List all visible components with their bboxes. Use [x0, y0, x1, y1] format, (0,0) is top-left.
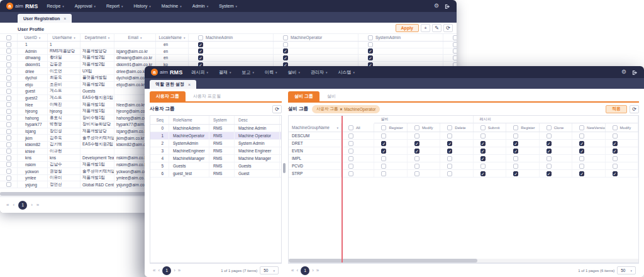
checkbox-modify[interactable]	[414, 141, 419, 146]
role-checkbox-systemadmin[interactable]	[368, 48, 373, 54]
checkbox-all[interactable]	[348, 164, 353, 169]
pager-next-button[interactable]: ›	[31, 203, 33, 208]
checkbox-delete[interactable]	[447, 133, 452, 138]
table-row[interactable]: 3 MachineEngineer RMS Machine Engineer	[150, 147, 281, 155]
checkbox-register[interactable]	[381, 133, 386, 138]
column-checkbox[interactable]	[381, 125, 386, 130]
checkbox-register[interactable]	[381, 141, 386, 146]
column-checkbox[interactable]	[447, 125, 452, 130]
tab-user-profile[interactable]: 사용자 프로필	[187, 91, 227, 101]
pager-last-button[interactable]: »	[36, 203, 39, 208]
column-checkbox[interactable]	[579, 125, 584, 130]
filter-caret-icon[interactable]: ▾	[140, 36, 142, 40]
nav-menu-item[interactable]: Machine ▾	[162, 4, 182, 8]
table-row[interactable]: dihwang 황대일 제품개발2팀 dihwang@aim.co.kr en	[0, 55, 457, 62]
row-checkbox[interactable]	[6, 182, 11, 187]
tab-user-group[interactable]: 사용자 그룹	[150, 91, 186, 101]
nav-menu-item[interactable]: System ▾	[219, 4, 237, 8]
checkbox-clone[interactable]	[547, 171, 552, 176]
row-checkbox[interactable]	[6, 135, 11, 140]
pager-current-page[interactable]: 1	[18, 201, 27, 210]
row-checkbox[interactable]	[6, 96, 11, 101]
tab-machine-group[interactable]: 설비 그룹	[288, 91, 319, 101]
nav-menu-item[interactable]: 결재 ▾	[219, 69, 231, 76]
tab-close-icon[interactable]: ×	[64, 16, 66, 21]
column-checkbox[interactable]	[414, 125, 419, 130]
add-button[interactable]: +	[421, 24, 430, 32]
column-header-rolename[interactable]: RoleName	[169, 116, 209, 124]
column-header-all[interactable]: All	[341, 123, 374, 132]
tab-close-icon[interactable]: ×	[188, 82, 191, 87]
role-column-checkbox[interactable]	[198, 35, 203, 40]
checkbox-delete[interactable]	[447, 164, 452, 169]
table-row[interactable]: 6 guest_test RMS Guest	[150, 170, 281, 178]
apply-button[interactable]: 적용	[606, 105, 627, 113]
row-checkbox[interactable]	[6, 62, 11, 67]
column-header-machinegroupname[interactable]: MachineGroupName ▾	[289, 123, 341, 132]
refresh-button[interactable]: ⟳	[443, 24, 453, 32]
column-checkbox[interactable]	[547, 125, 552, 130]
row-checkbox[interactable]	[6, 169, 11, 174]
checkbox-submit[interactable]	[480, 133, 486, 138]
checkbox-modify[interactable]	[414, 149, 419, 154]
pager-first-button[interactable]: «	[153, 268, 155, 273]
row-checkbox[interactable]	[6, 89, 11, 94]
checkbox-recipe-register[interactable]	[513, 141, 518, 146]
checkbox-clone[interactable]	[547, 164, 552, 169]
scrollbar-thumb[interactable]	[289, 259, 477, 263]
column-checkbox[interactable]	[613, 125, 618, 130]
checkbox-clone[interactable]	[547, 149, 552, 154]
checkbox-modify[interactable]	[414, 133, 419, 138]
pager-current-page[interactable]: 1	[162, 266, 171, 275]
checkbox-delete[interactable]	[447, 149, 452, 154]
checkbox-newversion[interactable]	[579, 149, 584, 154]
table-row[interactable]: 4 MachineManager RMS Machine Manager	[150, 155, 281, 162]
column-header-desc[interactable]: Desc	[235, 116, 280, 124]
row-checkbox[interactable]	[6, 162, 11, 167]
pager-current-page[interactable]: 1	[301, 266, 309, 275]
row-checkbox[interactable]	[6, 42, 11, 47]
role-checkbox-machineengineer[interactable]	[453, 42, 457, 47]
column-checkbox[interactable]	[348, 125, 353, 130]
checkbox-register[interactable]	[381, 149, 386, 154]
role-column-checkbox[interactable]	[453, 35, 457, 40]
checkbox-register[interactable]	[381, 156, 386, 161]
refresh-button[interactable]: ⟳	[272, 105, 282, 113]
checkbox-recipe-modify[interactable]	[613, 141, 618, 146]
column-header-role[interactable]: MachineEngineer	[443, 34, 457, 41]
filter-caret-icon[interactable]: ▾	[336, 126, 338, 130]
role-checkbox-machineengineer[interactable]	[453, 48, 457, 54]
column-header-submit[interactable]: Submit	[474, 123, 506, 132]
row-checkbox[interactable]	[6, 102, 11, 107]
pager-prev-button[interactable]: ‹	[296, 268, 298, 273]
row-checkbox[interactable]	[6, 109, 11, 114]
row-checkbox[interactable]	[6, 48, 11, 54]
checkbox-recipe-register[interactable]	[513, 133, 518, 138]
role-checkbox-machineadmin[interactable]	[198, 48, 203, 54]
checkbox-recipe-modify[interactable]	[613, 156, 618, 161]
checkbox-all[interactable]	[348, 133, 353, 138]
page-size-dropdown[interactable]: 50 ▾	[260, 266, 279, 274]
checkbox-recipe-modify[interactable]	[613, 171, 618, 176]
checkbox-all[interactable]	[348, 141, 353, 146]
pager-next-button[interactable]: ›	[174, 268, 175, 273]
checkbox-all[interactable]	[348, 156, 353, 161]
nav-menu-item[interactable]: 이력 ▾	[265, 69, 277, 76]
column-header-email[interactable]: Email▾	[114, 34, 156, 41]
checkbox-clone[interactable]	[547, 156, 552, 161]
nav-menu-item[interactable]: 시스템 ▾	[338, 69, 355, 76]
checkbox-modify[interactable]	[414, 171, 419, 176]
logout-icon[interactable]	[632, 67, 638, 78]
column-header-system[interactable]: System	[209, 116, 235, 124]
checkbox-submit[interactable]	[480, 156, 486, 161]
column-header-recipe-register[interactable]: Register	[506, 123, 539, 132]
pager-next-button[interactable]: ›	[312, 268, 314, 273]
pager-prev-button[interactable]: ‹	[13, 203, 14, 208]
role-checkbox-machineengineer[interactable]	[453, 55, 457, 60]
nav-menu-item[interactable]: History ▾	[134, 4, 151, 8]
row-checkbox[interactable]	[6, 115, 11, 120]
table-row[interactable]: Admin RMS제품담당 제품개발담당 isjang@aim.co.kr en	[0, 48, 457, 55]
nav-menu-item[interactable]: 레시피 ▾	[192, 69, 209, 76]
nav-menu-item[interactable]: Admin ▾	[192, 4, 208, 8]
table-row[interactable]: 5 Guests RMS Guests	[150, 162, 281, 170]
